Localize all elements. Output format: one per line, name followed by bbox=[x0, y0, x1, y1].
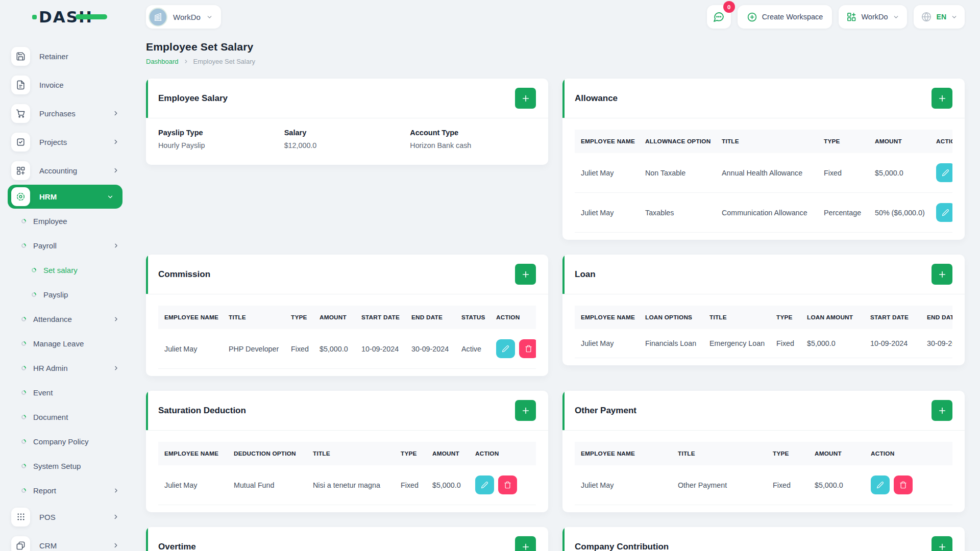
logo-dot-accent bbox=[32, 15, 37, 19]
delete-button[interactable] bbox=[498, 475, 517, 494]
add-saturation-deduction-button[interactable] bbox=[515, 400, 536, 421]
sidebar-item-hrm[interactable]: HRM bbox=[8, 185, 122, 209]
breadcrumb-current: Employee Set Salary bbox=[193, 58, 255, 65]
add-commission-button[interactable] bbox=[515, 264, 536, 285]
language-code: EN bbox=[937, 13, 946, 21]
table-row: Juliet May Financials Loan Emergency Loa… bbox=[575, 329, 952, 358]
sidebar-item-employee[interactable]: Employee bbox=[8, 209, 132, 233]
pos-grid-icon bbox=[11, 508, 30, 527]
logo-wrap: DASH bbox=[0, 9, 132, 25]
workspace-avatar bbox=[149, 8, 167, 27]
trash-icon bbox=[525, 345, 532, 353]
card-title: Saturation Deduction bbox=[158, 406, 246, 416]
edit-button[interactable] bbox=[475, 475, 494, 494]
add-allowance-button[interactable] bbox=[932, 88, 952, 109]
plus-icon bbox=[522, 543, 530, 551]
create-workspace-button[interactable]: Create Workspace bbox=[738, 5, 832, 29]
invoice-icon bbox=[11, 76, 30, 94]
salary-field: Salary $12,000.0 bbox=[284, 129, 410, 149]
sidebar-item-pos[interactable]: POS bbox=[8, 503, 132, 531]
sidebar-item-manage-leave[interactable]: Manage Leave bbox=[8, 331, 132, 356]
sidebar: Retainer Invoice Purchases Projects bbox=[0, 34, 132, 551]
bullet-icon bbox=[20, 316, 27, 322]
sidebar-item-company-policy[interactable]: Company Policy bbox=[8, 429, 132, 454]
other-payment-card: Other Payment EMPLOYEE NAME TITLE TYPE bbox=[562, 391, 965, 512]
payslip-type-field: Payslip Type Hourly Payslip bbox=[158, 129, 284, 149]
chat-bubble-icon bbox=[713, 11, 725, 23]
pencil-icon bbox=[876, 481, 884, 489]
workspace-selector[interactable]: WorkDo bbox=[146, 5, 221, 29]
sidebar-item-attendance[interactable]: Attendance bbox=[8, 307, 132, 331]
brand-logo[interactable]: DASH bbox=[39, 9, 93, 25]
messages-button[interactable]: 0 bbox=[707, 5, 731, 29]
sidebar-item-invoice[interactable]: Invoice bbox=[8, 70, 132, 99]
globe-icon bbox=[921, 11, 932, 22]
check-square-icon bbox=[11, 133, 30, 152]
allowance-card: Allowance EMPLOYEE NAME ALLOWNACE OPTION… bbox=[562, 79, 965, 240]
add-other-payment-button[interactable] bbox=[932, 400, 952, 421]
add-company-contribution-button[interactable] bbox=[932, 536, 952, 551]
sidebar-item-purchases[interactable]: Purchases bbox=[8, 99, 132, 128]
building-icon bbox=[153, 12, 163, 22]
plus-icon bbox=[938, 94, 946, 103]
chevron-right-icon bbox=[183, 59, 189, 64]
chevron-down-icon bbox=[107, 193, 114, 201]
bullet-icon bbox=[20, 463, 27, 469]
sidebar-item-event[interactable]: Event bbox=[8, 380, 132, 405]
bullet-icon bbox=[20, 414, 27, 420]
table-row: Juliet May Mutual Fund Nisi a tenetur ma… bbox=[158, 465, 536, 505]
table-row: Juliet May Non Taxable Annual Health All… bbox=[575, 153, 952, 193]
breadcrumb: Dashboard Employee Set Salary bbox=[146, 58, 965, 65]
messages-count-badge: 0 bbox=[723, 1, 735, 13]
sidebar-item-report[interactable]: Report bbox=[8, 478, 132, 503]
saturation-deduction-card: Saturation Deduction EMPLOYEE NAME DEDUC… bbox=[146, 391, 548, 512]
chevron-right-icon bbox=[112, 513, 119, 520]
delete-button[interactable] bbox=[519, 339, 536, 358]
bullet-icon bbox=[20, 242, 27, 249]
employee-salary-card: Employee Salary Payslip Type Hourly Pays… bbox=[146, 79, 548, 165]
save-icon bbox=[11, 47, 30, 66]
bullet-icon bbox=[20, 389, 27, 396]
sidebar-item-projects[interactable]: Projects bbox=[8, 128, 132, 156]
sidebar-item-payslip[interactable]: Payslip bbox=[8, 282, 132, 307]
grid-plus-icon bbox=[11, 161, 30, 180]
chevron-right-icon bbox=[113, 487, 119, 494]
chevron-right-icon bbox=[112, 542, 119, 549]
card-title: Employee Salary bbox=[158, 93, 228, 104]
sidebar-item-accounting[interactable]: Accounting bbox=[8, 156, 132, 185]
add-overtime-button[interactable] bbox=[515, 536, 536, 551]
table-row: Juliet May Other Payment Fixed $5,000.0 bbox=[575, 465, 952, 505]
sidebar-item-hr-admin[interactable]: HR Admin bbox=[8, 356, 132, 380]
pencil-icon bbox=[942, 209, 949, 216]
chevron-right-icon bbox=[112, 167, 119, 174]
language-menu-button[interactable]: EN bbox=[914, 5, 965, 29]
plus-icon bbox=[938, 407, 946, 415]
allowance-table: EMPLOYEE NAME ALLOWNACE OPTION TITLE TYP… bbox=[575, 130, 952, 233]
delete-button[interactable] bbox=[894, 475, 913, 494]
workspace-menu-button[interactable]: WorkDo bbox=[839, 5, 906, 29]
topbar-actions: 0 Create Workspace WorkDo EN bbox=[707, 5, 965, 29]
pencil-icon bbox=[502, 345, 509, 353]
commission-card: Commission EMPLOYEE NAME TITLE TYPE bbox=[146, 255, 548, 376]
card-title: Allowance bbox=[575, 93, 618, 104]
edit-button[interactable] bbox=[871, 475, 890, 494]
sidebar-item-crm[interactable]: CRM bbox=[8, 531, 132, 551]
bullet-icon bbox=[31, 267, 37, 273]
chevron-right-icon bbox=[113, 242, 119, 249]
chevron-right-icon bbox=[112, 110, 119, 117]
edit-button[interactable] bbox=[496, 339, 515, 358]
breadcrumb-dashboard-link[interactable]: Dashboard bbox=[146, 58, 179, 65]
sidebar-item-set-salary[interactable]: Set salary bbox=[8, 258, 132, 282]
sidebar-item-document[interactable]: Document bbox=[8, 405, 132, 429]
sidebar-item-retainer[interactable]: Retainer bbox=[8, 42, 132, 70]
edit-button[interactable] bbox=[936, 163, 952, 182]
sidebar-item-payroll[interactable]: Payroll bbox=[8, 233, 132, 258]
overtime-card: Overtime bbox=[146, 527, 548, 551]
plus-icon bbox=[938, 543, 946, 551]
workspace-menu-label: WorkDo bbox=[861, 13, 888, 21]
add-employee-salary-button[interactable] bbox=[515, 88, 536, 109]
company-contribution-card: Company Contribution bbox=[562, 527, 965, 551]
add-loan-button[interactable] bbox=[932, 264, 952, 285]
edit-button[interactable] bbox=[936, 203, 952, 222]
sidebar-item-system-setup[interactable]: System Setup bbox=[8, 454, 132, 478]
